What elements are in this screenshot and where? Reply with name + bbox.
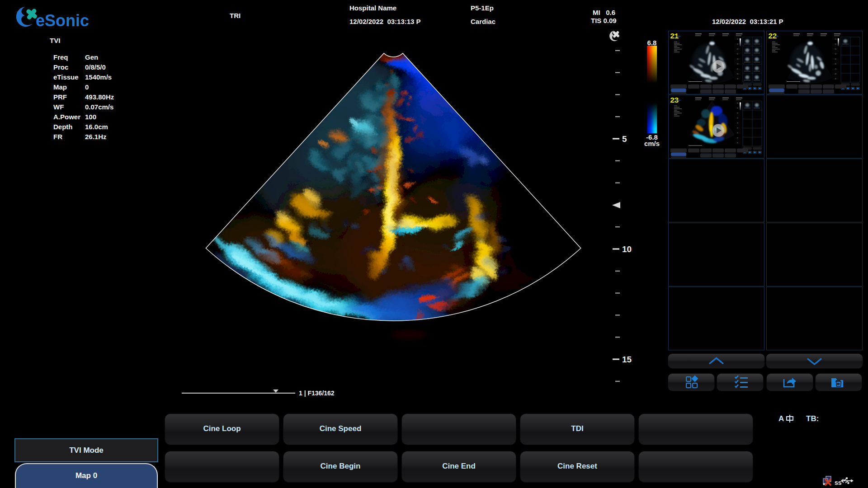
svg-text:5: 5 (622, 134, 627, 144)
svg-text:ss: ss (835, 479, 842, 486)
svg-text:10: 10 (622, 244, 632, 254)
svg-text:15: 15 (622, 355, 632, 364)
